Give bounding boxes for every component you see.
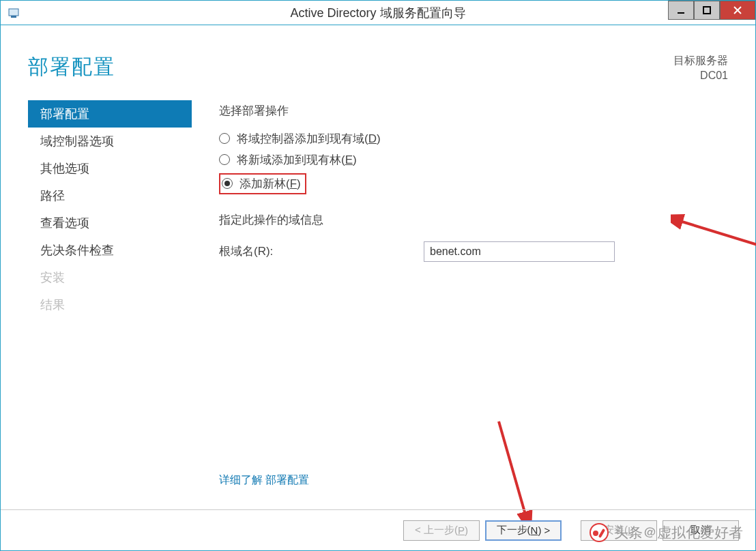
titlebar[interactable]: Active Directory 域服务配置向导 [1,1,755,25]
highlight-new-forest: 添加新林(F) [219,173,306,194]
annotation-arrow-icon [492,415,547,524]
select-operation-label: 选择部署操作 [219,103,728,119]
wizard-steps-sidebar: 部署配置 域控制器选项 其他选项 路径 查看选项 先决条件检查 安装 结果 [28,98,192,318]
radio-icon[interactable] [222,178,233,189]
svg-line-7 [499,421,526,517]
sidebar-item-deployment-config[interactable]: 部署配置 [28,100,192,128]
minimize-button[interactable] [668,1,694,20]
radio-label: 将新域添加到现有林(E) [237,152,357,168]
wizard-footer: < 上一步(P) 下一步(N) > 安装(I) 取消 [1,509,755,550]
radio-label: 将域控制器添加到现有域(D) [237,131,381,147]
sidebar-item-review[interactable]: 查看选项 [28,209,192,237]
close-button[interactable] [720,1,755,20]
svg-rect-1 [11,16,16,18]
radio-add-new-forest[interactable]: 添加新林(F) [222,176,301,192]
target-server-info: 目标服务器 DC01 [673,53,728,84]
page-title: 部署配置 [28,53,115,84]
root-domain-input[interactable] [424,241,615,262]
svg-rect-0 [9,9,18,16]
radio-add-domain-to-forest[interactable]: 将新域添加到现有林(E) [219,152,728,168]
window-body: 部署配置 目标服务器 DC01 部署配置 域控制器选项 其他选项 路径 查看选项… [1,26,755,550]
app-icon [8,6,21,20]
sidebar-item-dc-options[interactable]: 域控制器选项 [28,128,192,155]
wizard-window: Active Directory 域服务配置向导 部署配置 目标服务器 DC01… [0,0,756,551]
install-button: 安装(I) [581,520,657,541]
radio-icon[interactable] [219,133,230,144]
window-title: Active Directory 域服务配置向导 [1,5,755,21]
cancel-button[interactable]: 取消 [663,520,739,541]
content-pane: 选择部署操作 将域控制器添加到现有域(D) 将新域添加到现有林(E) 添加新林(… [192,98,728,318]
previous-button: < 上一步(P) [403,520,480,541]
target-server-value: DC01 [673,68,728,83]
next-button[interactable]: 下一步(N) > [485,520,562,541]
target-server-label: 目标服务器 [673,53,728,68]
sidebar-item-results: 结果 [28,291,192,318]
sidebar-item-prereq[interactable]: 先决条件检查 [28,237,192,264]
sidebar-item-install: 安装 [28,264,192,291]
learn-more-link[interactable]: 详细了解 部署配置 [219,473,309,488]
domain-info-label: 指定此操作的域信息 [219,212,728,228]
radio-label: 添加新林(F) [239,176,301,192]
radio-add-to-existing-domain[interactable]: 将域控制器添加到现有域(D) [219,131,728,147]
root-domain-label: 根域名(R): [219,243,424,259]
maximize-button[interactable] [694,1,720,20]
sidebar-item-paths[interactable]: 路径 [28,182,192,209]
radio-icon[interactable] [219,154,230,165]
svg-rect-3 [703,7,710,14]
sidebar-item-other-options[interactable]: 其他选项 [28,155,192,182]
